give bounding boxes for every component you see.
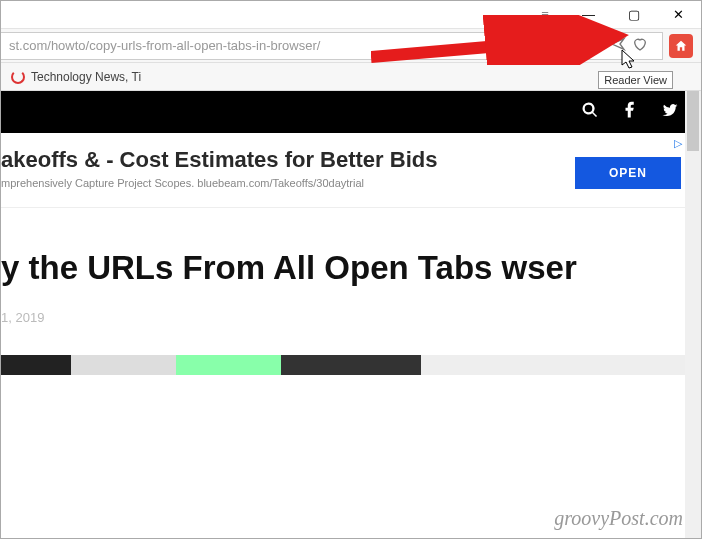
ad-banner: ▷ ✕ akeoffs & - Cost Estimates for Bette… [1,133,701,208]
reader-view-tooltip: Reader View [598,71,673,89]
bookmarks-bar: Technology News, Ti [1,63,701,91]
site-header [1,91,701,133]
bookmark-item[interactable]: Technology News, Ti [31,70,141,84]
panel-toggle-icon[interactable]: ≡ [530,1,560,29]
close-button[interactable]: ✕ [656,1,701,29]
page-viewport: ▷ ✕ akeoffs & - Cost Estimates for Bette… [1,91,701,539]
url-input[interactable]: st.com/howto/copy-urls-from-all-open-tab… [1,32,663,60]
heart-icon[interactable] [632,36,648,55]
minimize-button[interactable]: — [566,1,611,29]
send-icon[interactable] [610,36,626,55]
facebook-icon[interactable] [621,101,639,123]
watermark: groovyPost.com [554,507,683,530]
vertical-scrollbar[interactable] [685,91,701,538]
ad-open-button[interactable]: OPEN [575,157,681,189]
adchoices-icon[interactable]: ▷ [674,137,682,150]
window-titlebar: ≡ — ▢ ✕ [1,1,701,29]
article-date: 1, 2019 [1,310,701,325]
article-headline: y the URLs From All Open Tabs wser [1,248,701,288]
address-bar-row: st.com/howto/copy-urls-from-all-open-tab… [1,29,701,63]
maximize-button[interactable]: ▢ [611,1,656,29]
home-button[interactable] [669,34,693,58]
article-hero-image [1,355,701,375]
url-text: st.com/howto/copy-urls-from-all-open-tab… [9,38,320,53]
reader-view-icon[interactable] [588,36,604,55]
bookmark-favicon [11,70,25,84]
twitter-icon[interactable] [661,101,679,123]
scrollbar-thumb[interactable] [687,91,699,151]
search-icon[interactable] [581,101,599,123]
address-bar-actions [582,36,654,55]
article-body: y the URLs From All Open Tabs wser 1, 20… [1,208,701,375]
